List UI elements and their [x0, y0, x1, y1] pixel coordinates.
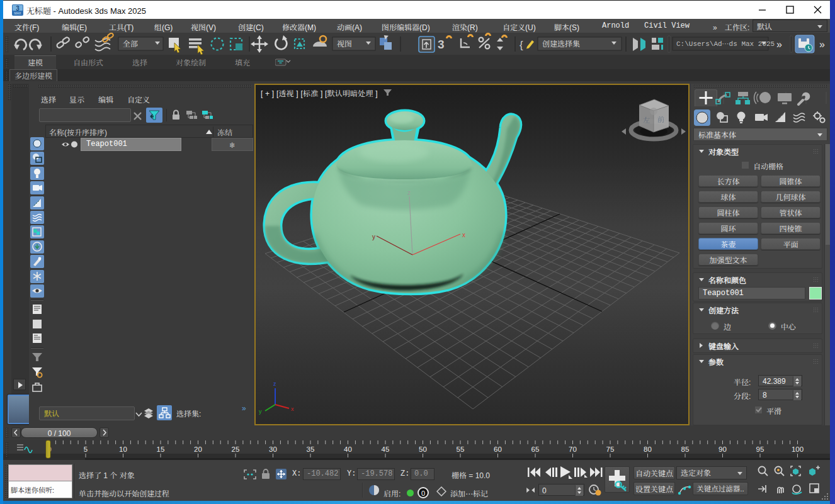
svg-text:y: y — [372, 232, 375, 241]
svg-text:30: 30 — [269, 445, 277, 453]
svg-text:70: 70 — [569, 445, 577, 453]
svg-text:3: 3 — [438, 38, 445, 51]
svg-text:75: 75 — [606, 445, 615, 453]
svg-text:视图: 视图 — [337, 38, 352, 48]
svg-text:x: x — [291, 405, 294, 413]
svg-text:95: 95 — [756, 445, 764, 453]
svg-text:85: 85 — [681, 445, 690, 453]
svg-text:55: 55 — [457, 445, 465, 453]
svg-text:»: » — [776, 36, 782, 51]
svg-text:5: 5 — [84, 445, 88, 453]
svg-text:10: 10 — [119, 445, 127, 453]
svg-text:全部: 全部 — [123, 38, 138, 48]
svg-text:x: x — [462, 230, 465, 239]
svg-text:45: 45 — [382, 445, 390, 453]
svg-text:90: 90 — [719, 445, 727, 453]
svg-text:左: 左 — [643, 115, 650, 125]
svg-text:{: { — [520, 36, 523, 52]
svg-text:C:\Users\Ad⋯ds Max 2025: C:\Users\Ad⋯ds Max 2025 — [676, 40, 775, 48]
svg-text:20: 20 — [194, 445, 202, 453]
svg-text:50: 50 — [419, 445, 427, 453]
svg-text:35: 35 — [307, 445, 315, 453]
svg-text:前: 前 — [657, 114, 664, 124]
svg-text:y: y — [259, 407, 262, 415]
svg-text:100: 100 — [792, 445, 804, 453]
svg-text:60: 60 — [494, 445, 502, 453]
svg-text:80: 80 — [644, 445, 652, 453]
svg-text:15: 15 — [157, 445, 165, 453]
svg-text:z: z — [273, 379, 276, 388]
svg-text:40: 40 — [344, 445, 352, 453]
svg-text:MAX: MAX — [14, 11, 22, 15]
svg-text:创建选择集: 创建选择集 — [542, 38, 580, 48]
svg-text:»: » — [819, 36, 825, 51]
svg-text:25: 25 — [232, 445, 240, 453]
svg-text:z: z — [407, 188, 411, 197]
svg-text:65: 65 — [531, 445, 540, 453]
